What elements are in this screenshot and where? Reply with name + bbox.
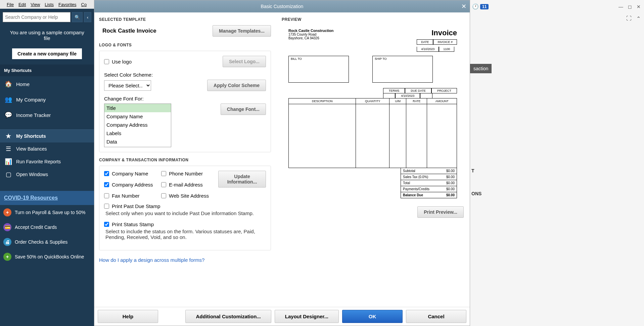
people-icon: 👥	[5, 96, 12, 103]
dialog-titlebar: Basic Customization ✕	[94, 0, 470, 12]
search-input[interactable]	[3, 12, 71, 22]
check-company-address[interactable]: Company Address	[104, 182, 158, 188]
company-info-label: COMPANY & TRANSACTION INFORMATION	[99, 158, 271, 162]
check-fax[interactable]: Fax Number	[104, 193, 158, 199]
due-date: 4/10/2023	[395, 93, 420, 98]
select-logo-button[interactable]: Select Logo...	[223, 56, 266, 67]
promo-label: Turn on Payroll & Save up to 50%	[15, 210, 85, 215]
layout-designer-button[interactable]: Layout Designer...	[275, 310, 339, 323]
font-option-company-name[interactable]: Company Name	[104, 112, 171, 121]
basic-customization-dialog: Basic Customization ✕ SELECTED TEMPLATE …	[94, 0, 470, 326]
window-icon: ▢	[5, 171, 12, 178]
reminder-badge[interactable]: 🕐11	[472, 3, 489, 10]
inv-date: 4/10/2023	[417, 47, 439, 52]
plus-icon: +	[3, 208, 11, 216]
past-due-desc: Select only when you want to include Pas…	[105, 210, 266, 216]
inv-date-label: DATE	[417, 39, 433, 45]
inv-num-label: INVOICE #	[433, 39, 457, 45]
menu-file[interactable]: File	[7, 2, 14, 7]
menubar: File Edit View Lists Favorites Co	[0, 0, 94, 9]
bottom-nav-reports[interactable]: 📊Run Favorite Reports	[0, 155, 94, 168]
check-past-due[interactable]: Print Past Due Stamp	[104, 203, 266, 209]
invoice-line-table: DESCRIPTION QUANTITY U/M RATE AMOUNT	[288, 98, 457, 168]
sample-file-message: You are using a sample company file	[0, 26, 94, 45]
right-panel: PREVIEW Rock Castle Construction 1735 Co…	[276, 12, 470, 307]
nav-income-tracker[interactable]: 💬Income Tracker	[0, 107, 94, 123]
create-company-button[interactable]: Create a new company file	[12, 48, 82, 59]
dialog-footer: Help Additional Customization... Layout …	[94, 307, 470, 326]
clock-icon: 🕐	[472, 3, 479, 10]
nav-home[interactable]: 🏠Home	[0, 76, 94, 92]
maximize-button[interactable]: ◻	[628, 4, 632, 9]
card-icon: 💳	[3, 223, 11, 231]
menu-truncated[interactable]: Co	[81, 2, 87, 7]
partial-text-t: T	[471, 168, 474, 173]
template-name: Rock Castle Invoice	[102, 28, 156, 34]
font-option-title[interactable]: Title	[104, 104, 171, 112]
promo-payroll[interactable]: +Turn on Payroll & Save up to 50%	[0, 205, 94, 220]
left-panel: SELECTED TEMPLATE Rock Castle Invoice Ma…	[94, 12, 276, 307]
bottom-nav-balances[interactable]: ☰View Balances	[0, 142, 94, 155]
promo-qbo[interactable]: +Save 50% on QuickBooks Online	[0, 249, 94, 264]
fullscreen-icon[interactable]: ⛶	[626, 15, 632, 22]
expand-controls: ⛶ ⌃	[626, 15, 641, 22]
nav-my-company[interactable]: 👥My Company	[0, 92, 94, 107]
font-option-data[interactable]: Data	[104, 137, 171, 146]
nav-label: View Balances	[16, 146, 47, 152]
due-date-label: DUE DATE	[405, 88, 431, 93]
ok-button[interactable]: OK	[342, 310, 403, 323]
search-icon: 🔍	[75, 15, 80, 20]
nav-label: Home	[16, 81, 30, 87]
check-phone[interactable]: Phone Number	[161, 171, 215, 176]
menu-view[interactable]: View	[31, 2, 40, 7]
chevron-up-icon[interactable]: ⌃	[636, 15, 641, 22]
close-button[interactable]: ✕	[637, 4, 641, 9]
check-status-stamp[interactable]: Print Status Stamp	[104, 221, 266, 227]
status-desc: Select to include the status on the form…	[105, 229, 266, 240]
font-option-labels[interactable]: Labels	[104, 129, 171, 137]
nav-label: My Company	[16, 97, 46, 103]
inv-num: 1100	[439, 47, 454, 52]
additional-customization-button[interactable]: Additional Customization...	[185, 310, 271, 323]
inv-company: Rock Castle Construction	[288, 29, 333, 33]
help-button[interactable]: Help	[98, 310, 158, 323]
bottom-nav-windows[interactable]: ▢Open Windows	[0, 168, 94, 181]
printer-icon: 🖨	[3, 238, 11, 246]
covid-resources-link[interactable]: COVID-19 Resources	[0, 191, 94, 205]
font-list[interactable]: Title Company Name Company Address Label…	[104, 104, 171, 147]
ship-to-box: SHIP TO	[372, 56, 433, 83]
dialog-close-button[interactable]: ✕	[461, 3, 466, 10]
minimize-button[interactable]: —	[618, 4, 623, 9]
home-icon: 🏠	[5, 80, 12, 88]
help-link[interactable]: How do I apply a design across multiple …	[99, 257, 204, 263]
color-scheme-select[interactable]: Please Select...	[104, 80, 151, 91]
logo-fonts-label: LOGO & FONTS	[99, 43, 271, 47]
manage-templates-button[interactable]: Manage Templates...	[213, 25, 271, 37]
use-logo-checkbox[interactable]: Use logo	[104, 59, 132, 65]
check-email[interactable]: E-mail Address	[161, 182, 215, 188]
promo-credit-cards[interactable]: 💳Accept Credit Cards	[0, 220, 94, 235]
menu-favorites[interactable]: Favorites	[58, 2, 76, 7]
change-font-button[interactable]: Change Font...	[221, 104, 266, 115]
change-font-label: Change Font For:	[104, 96, 266, 101]
dialog-title-text: Basic Customization	[261, 4, 304, 9]
inv-addr2: Bayshore, CA 94326	[288, 36, 333, 40]
inv-addr1: 1735 County Road	[288, 33, 333, 36]
shortcuts-header: My Shortcuts	[0, 65, 94, 76]
collapse-sidebar-button[interactable]: ‹	[84, 12, 91, 22]
apply-color-button[interactable]: Apply Color Scheme	[207, 80, 266, 91]
bottom-nav-shortcuts[interactable]: ★My Shortcuts	[0, 130, 94, 142]
menu-edit[interactable]: Edit	[18, 2, 26, 7]
promo-checks[interactable]: 🖨Order Checks & Supplies	[0, 235, 94, 249]
check-company-name[interactable]: Company Name	[104, 171, 158, 176]
update-info-button[interactable]: Update Information...	[218, 171, 266, 188]
terms-label: TERMS	[383, 88, 405, 93]
invoice-totals: Subtotal$0.00 Sales Tax (0.0%)$0.00 Tota…	[401, 168, 457, 198]
print-preview-button[interactable]: Print Preview...	[417, 206, 464, 218]
cancel-button[interactable]: Cancel	[406, 310, 466, 323]
search-button[interactable]: 🔍	[72, 12, 83, 22]
promo-label: Save 50% on QuickBooks Online	[15, 254, 84, 259]
check-website[interactable]: Web Site Address	[161, 193, 215, 199]
font-option-company-address[interactable]: Company Address	[104, 121, 171, 129]
menu-lists[interactable]: Lists	[45, 2, 54, 7]
